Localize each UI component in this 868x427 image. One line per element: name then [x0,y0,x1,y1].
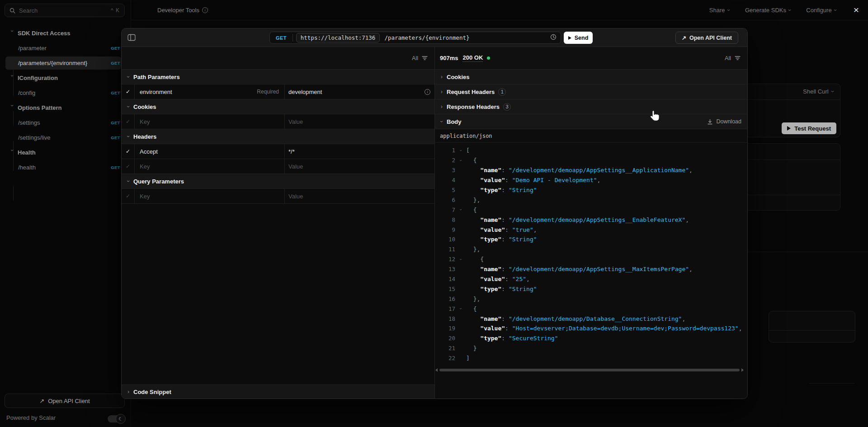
header-row-empty: ✓ Key Value [122,159,434,174]
row-checkbox[interactable]: ✓ [122,84,135,99]
code-token: , [689,266,693,272]
param-value-cell[interactable]: development i [285,84,434,99]
download-button[interactable]: Download [707,118,741,125]
code-token: , [739,325,742,332]
request-pane: All › Path Parameters ✓ environment Requ… [122,47,434,399]
code-line: 16 }, [435,294,747,304]
line-number: 11 [435,246,455,253]
count-badge: 1 [498,88,506,96]
code-token: : [501,187,509,193]
code-token: "SecureString" [509,335,558,342]
filter-icon [422,56,428,61]
query-row-empty: ✓ Key Value [122,189,434,204]
chevron-right-icon: › [127,389,129,394]
code-token: "value" [466,325,505,332]
horizontal-scrollbar[interactable] [435,367,744,373]
sidebar-toggle-icon[interactable] [127,34,136,43]
line-number: 2 [435,157,455,164]
code-token: "type" [466,236,501,243]
line-number: 9 [435,226,455,233]
param-row-environment: ✓ environment Required development i [122,84,434,99]
modal-header: GET https://localhost:7136 /parameters/{… [122,28,747,47]
code-token: "true" [512,226,533,233]
code-token: "String" [509,236,537,243]
row-checkbox[interactable]: ✓ [122,114,135,129]
fold-chevron-icon[interactable]: › [458,145,463,155]
status-dot [487,56,490,60]
header-value-input[interactable]: Value [285,159,434,174]
section-code-snippet[interactable]: › Code Snippet [122,385,434,399]
code-line: 10 "type": "String" [435,235,747,244]
code-line: 21 } [435,343,747,353]
open-api-client-button[interactable]: ↗ Open API Client [675,32,738,44]
section-query-parameters[interactable]: › Query Parameters [122,174,434,189]
section-path-parameters[interactable]: › Path Parameters [122,70,434,84]
address-bar[interactable]: GET https://localhost:7136 /parameters/{… [269,32,561,44]
code-token: "value" [466,276,505,282]
fold-chevron-icon[interactable]: › [458,205,463,215]
code-token [466,256,480,263]
base-url-field[interactable]: https://localhost:7136 [296,33,380,42]
status-badge[interactable]: 200 OK [462,54,483,62]
check-icon: ✓ [122,148,134,155]
code-line: 4 "value": "Demo API - Development", [435,175,747,185]
query-key-input[interactable]: Key [135,189,285,203]
code-token: : [505,177,512,183]
header-key-cell[interactable]: Accept [135,144,285,159]
cookie-value-input[interactable]: Value [285,114,434,129]
header-key-input[interactable]: Key [135,159,285,174]
code-token: , [682,315,685,322]
code-token: "/development/demoapp/AppSettings__MaxIt… [509,266,689,272]
row-checkbox[interactable]: ✓ [122,159,135,174]
section-headers[interactable]: › Headers [122,129,434,144]
code-token: "name" [466,315,501,322]
query-value-input[interactable]: Value [285,189,434,203]
code-line: 19 "value": "Host=devserver;Database=dev… [435,324,747,333]
code-token: , [685,216,689,223]
check-icon: ✓ [122,118,134,125]
row-checkbox[interactable]: ✓ [122,144,135,159]
code-token: "value" [466,177,505,183]
code-token: }, [466,246,480,253]
code-token: , [689,167,693,174]
section-cookies[interactable]: › Cookies [122,99,434,114]
chevron-down-icon: › [126,136,131,137]
fold-chevron-icon[interactable]: › [458,254,463,264]
chevron-down-icon: › [439,121,444,122]
code-token: , [526,276,530,282]
close-icon[interactable]: × [851,5,862,15]
api-client-modal: GET https://localhost:7136 /parameters/{… [121,28,748,399]
line-number: 16 [435,296,455,302]
path-field[interactable]: /parameters/{environment} [384,34,469,41]
header-value-cell[interactable]: */* [285,144,434,159]
line-number: 18 [435,315,455,322]
section-response-cookies[interactable]: › Cookies [435,70,747,84]
line-number: 12 [435,256,455,263]
check-icon: ✓ [122,193,134,199]
code-token: [ [466,147,470,154]
param-key-cell[interactable]: environment Required [135,84,285,99]
response-filter[interactable]: All [725,55,741,61]
line-number: 20 [435,335,455,342]
line-number: 15 [435,286,455,292]
fold-chevron-icon[interactable]: › [458,304,463,314]
section-request-headers[interactable]: › Request Headers 1 [435,84,747,99]
scrollbar-thumb[interactable] [439,369,740,371]
request-filter[interactable]: All [412,55,428,61]
code-token: "type" [466,286,501,292]
code-token: }, [466,296,480,302]
row-checkbox[interactable]: ✓ [122,189,135,203]
code-line: 8 "name": "/development/demoapp/AppSetti… [435,215,747,225]
send-button[interactable]: Send [564,32,593,44]
section-response-headers[interactable]: › Response Headers 3 [435,99,747,114]
code-line: 17› { [435,304,747,314]
scroll-right-arrow[interactable] [741,368,744,372]
history-icon[interactable] [550,34,557,42]
info-icon[interactable]: i [425,89,430,95]
filter-icon [735,56,741,61]
cookie-key-input[interactable]: Key [135,114,285,129]
scroll-left-arrow[interactable] [435,368,438,372]
section-body[interactable]: › Body Download [435,114,747,129]
code-line: 2› { [435,155,747,165]
fold-chevron-icon[interactable]: › [458,155,463,165]
